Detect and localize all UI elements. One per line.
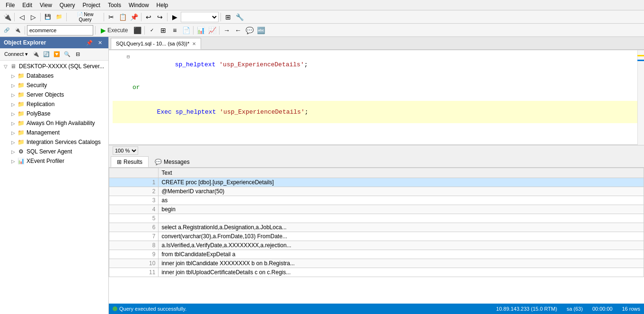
tree-security[interactable]: ▷ 📁 Security [0,81,108,90]
grid-header-row: Text [109,168,644,178]
table-row[interactable]: 9 from tblCandidateExpDetail a [109,250,644,259]
row-number: 4 [109,205,159,214]
cut-btn[interactable]: ✂ [106,12,116,22]
tree-always-on[interactable]: ▷ 📁 Always On High Availability [0,118,108,128]
server-icon: 🖥 [9,63,17,70]
fwd-btn[interactable]: ▷ [28,12,38,22]
menu-help[interactable]: Help [153,1,172,9]
menu-project[interactable]: Project [79,1,104,9]
tree-integration-services[interactable]: ▷ 📁 Integration Services Catalogs [0,137,108,147]
status-rows: 16 rows [622,306,640,312]
status-dot-icon [113,306,117,311]
tree-server[interactable]: ▽ 🖥 DESKTOP-XXXXX (SQL Server... [0,62,108,71]
properties-btn[interactable]: ⊞ [223,12,233,22]
table-row[interactable]: 1CREATE proc [dbo].[usp_ExperienceDetail… [109,178,644,187]
tree-sql-agent[interactable]: ▷ ⚙ SQL Server Agent [0,147,108,156]
target-dropdown[interactable] [181,12,219,22]
new-connection-btn[interactable]: 🔌 [2,12,12,22]
tree-databases[interactable]: ▷ 📁 Databases [0,71,108,81]
security-expand-icon: ▷ [9,83,17,88]
execute-button[interactable]: ▶ Execute [97,25,131,36]
sql-editor[interactable]: ⊟ sp_helptext 'usp_ExperienceDetails'; o… [109,50,644,145]
tree-replication[interactable]: ▷ 📁 Replication [0,99,108,109]
table-row[interactable]: 10 inner join tblCandidate XXXXXXXX b on… [109,259,644,268]
menu-view[interactable]: View [36,1,56,9]
blue-marker [637,60,644,61]
oe-pin-btn[interactable]: 📌 [85,38,94,47]
menu-tools[interactable]: Tools [104,1,125,9]
menu-query[interactable]: Query [56,1,79,9]
results-tab-results[interactable]: ⊞ Results [111,156,149,167]
oe-search-btn[interactable]: 🔍 [62,50,72,59]
grid-results-btn[interactable]: ⊞ [158,25,168,36]
save-btn[interactable]: 💾 [43,12,53,22]
unindent-btn[interactable]: ← [233,25,243,36]
xevent-label: XEvent Profiler [26,158,64,164]
tree-management[interactable]: ▷ 📁 Management [0,128,108,137]
server-expand-icon: ▽ [2,64,9,69]
collapse-icon-1[interactable]: ⊟ [127,54,130,60]
tab-bar: SQLQuery1.sql - 10... (sa (63))* ✕ [109,37,644,50]
paste-btn[interactable]: 📌 [129,12,139,22]
oe-refresh-btn[interactable]: 🔄 [42,50,51,59]
oe-close-btn[interactable]: ✕ [95,38,105,47]
back-btn[interactable]: ◁ [17,12,27,22]
disconnect-btn[interactable]: 🔌 [12,25,23,36]
tab-close-icon[interactable]: ✕ [192,41,196,46]
redo-btn[interactable]: ↪ [155,12,165,22]
oe-collapse-btn[interactable]: ⊟ [73,50,82,59]
tree-xevent[interactable]: ▷ 📊 XEvent Profiler [0,156,108,166]
copy-btn[interactable]: 📋 [117,12,128,22]
text-results-btn[interactable]: ≡ [169,25,180,36]
menu-edit[interactable]: Edit [18,1,36,9]
integration-label: Integration Services Catalogs [26,139,101,145]
undo-btn[interactable]: ↩ [143,12,154,22]
file-results-btn[interactable]: 📄 [181,25,191,36]
oe-disconnect-btn[interactable]: 🔌 [31,50,41,59]
table-row[interactable]: 6 select a.RegistrationId,a.Designation,… [109,223,644,232]
row-text: as [159,196,644,205]
stop-btn[interactable]: ⬛ [132,25,142,36]
table-row[interactable]: 11 inner join tblUploadCertificateDetail… [109,268,644,277]
status-user: sa (63) [566,306,582,312]
oe-connect-btn[interactable]: Connect ▾ [2,50,30,59]
table-row[interactable]: 5 [109,214,644,223]
object-explorer: Object Explorer 📌 ✕ Connect ▾ 🔌 🔄 🔽 🔍 ⊟ … [0,37,109,314]
row-text: inner join tblUploadCertificateDetails c… [159,268,644,277]
table-row[interactable]: 7 convert(varchar(30),a.FromDate,103) Fr… [109,232,644,241]
results-tab-messages[interactable]: 💬 Messages [149,156,196,167]
menu-window[interactable]: Window [125,1,153,9]
tree-server-objects[interactable]: ▷ 📁 Server Objects [0,90,108,99]
client-stats-btn[interactable]: 📈 [207,25,217,36]
oe-filter-btn[interactable]: 🔽 [52,50,62,59]
server-objects-folder-icon: 📁 [17,91,25,99]
uncomment-btn[interactable]: 🔤 [256,25,266,36]
connect-obj-btn[interactable]: 🔗 [2,25,11,36]
comment-btn[interactable]: 💬 [244,25,255,36]
table-row[interactable]: 4begin [109,205,644,214]
table-row[interactable]: 3as [109,196,644,205]
results-grid[interactable]: Text 1CREATE proc [dbo].[usp_ExperienceD… [109,168,644,304]
table-row[interactable]: 8 a.IsVerified,a.VerifyDate,a.XXXXXXXX,a… [109,241,644,250]
row-text: a.IsVerified,a.VerifyDate,a.XXXXXXXX,a.r… [159,241,644,250]
debug-btn[interactable]: ▶ [169,12,180,22]
status-time: 00:00:00 [592,306,613,312]
tree-polybase[interactable]: ▷ 📁 PolyBase [0,109,108,118]
always-on-folder-icon: 📁 [17,119,25,127]
indent-btn[interactable]: → [221,25,232,36]
results-grid-icon: ⊞ [117,159,122,165]
save-all-btn[interactable]: 📁 [54,12,64,22]
settings-btn[interactable]: 🔧 [234,12,245,22]
database-selector[interactable]: ecommerce [27,25,93,36]
databases-expand-icon: ▷ [9,73,17,79]
query-tab[interactable]: SQLQuery1.sql - 10... (sa (63))* ✕ [111,38,201,49]
management-label: Management [26,129,60,136]
zoom-selector[interactable]: 100 % [113,146,138,155]
table-row[interactable]: 2@MemberID varchar(50) [109,187,644,196]
menu-file[interactable]: File [2,1,18,9]
parse-btn[interactable]: ✓ [147,25,157,36]
always-on-expand-icon: ▷ [9,121,17,126]
new-query-btn[interactable]: 📄 New Query [69,12,102,22]
sql-agent-expand-icon: ▷ [9,149,17,154]
show-plan-btn[interactable]: 📊 [195,25,206,36]
